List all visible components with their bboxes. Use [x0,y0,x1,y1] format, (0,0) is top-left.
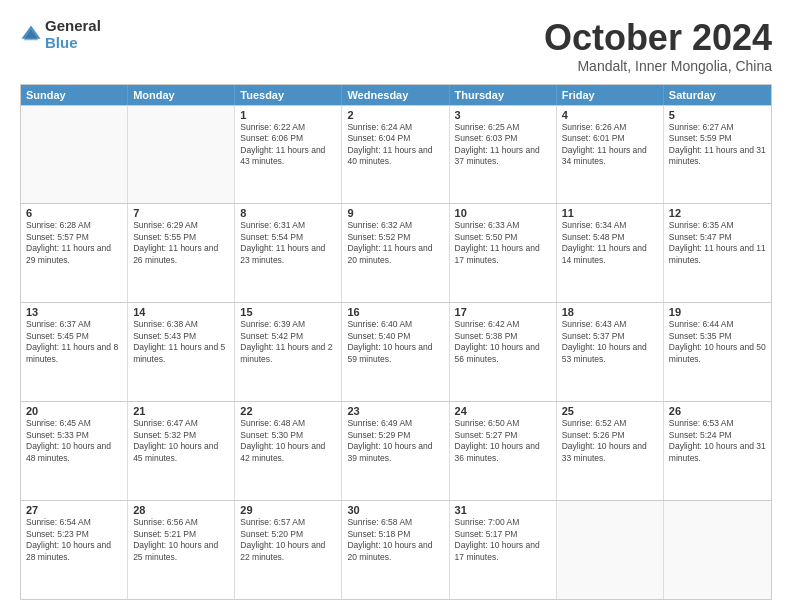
cell-info: Sunrise: 6:28 AM Sunset: 5:57 PM Dayligh… [26,220,122,266]
calendar-header-cell: Thursday [450,85,557,105]
calendar-cell: 20Sunrise: 6:45 AM Sunset: 5:33 PM Dayli… [21,402,128,500]
calendar-header-cell: Tuesday [235,85,342,105]
cell-info: Sunrise: 6:38 AM Sunset: 5:43 PM Dayligh… [133,319,229,365]
calendar-cell: 8Sunrise: 6:31 AM Sunset: 5:54 PM Daylig… [235,204,342,302]
calendar-header-cell: Monday [128,85,235,105]
cell-info: Sunrise: 6:45 AM Sunset: 5:33 PM Dayligh… [26,418,122,464]
calendar-cell: 26Sunrise: 6:53 AM Sunset: 5:24 PM Dayli… [664,402,771,500]
calendar-row: 1Sunrise: 6:22 AM Sunset: 6:06 PM Daylig… [21,105,771,204]
calendar-cell: 4Sunrise: 6:26 AM Sunset: 6:01 PM Daylig… [557,106,664,204]
calendar-cell: 10Sunrise: 6:33 AM Sunset: 5:50 PM Dayli… [450,204,557,302]
calendar-cell: 23Sunrise: 6:49 AM Sunset: 5:29 PM Dayli… [342,402,449,500]
cell-info: Sunrise: 6:33 AM Sunset: 5:50 PM Dayligh… [455,220,551,266]
cell-day-number: 9 [347,207,443,219]
cell-day-number: 5 [669,109,766,121]
cell-info: Sunrise: 6:39 AM Sunset: 5:42 PM Dayligh… [240,319,336,365]
cell-info: Sunrise: 6:37 AM Sunset: 5:45 PM Dayligh… [26,319,122,365]
calendar-cell: 25Sunrise: 6:52 AM Sunset: 5:26 PM Dayli… [557,402,664,500]
cell-info: Sunrise: 6:29 AM Sunset: 5:55 PM Dayligh… [133,220,229,266]
cell-day-number: 4 [562,109,658,121]
cell-info: Sunrise: 6:53 AM Sunset: 5:24 PM Dayligh… [669,418,766,464]
cell-day-number: 1 [240,109,336,121]
calendar-cell: 3Sunrise: 6:25 AM Sunset: 6:03 PM Daylig… [450,106,557,204]
calendar-cell: 28Sunrise: 6:56 AM Sunset: 5:21 PM Dayli… [128,501,235,599]
cell-info: Sunrise: 6:56 AM Sunset: 5:21 PM Dayligh… [133,517,229,563]
cell-info: Sunrise: 6:48 AM Sunset: 5:30 PM Dayligh… [240,418,336,464]
calendar-cell [128,106,235,204]
cell-info: Sunrise: 6:42 AM Sunset: 5:38 PM Dayligh… [455,319,551,365]
cell-day-number: 14 [133,306,229,318]
cell-day-number: 23 [347,405,443,417]
cell-day-number: 7 [133,207,229,219]
cell-info: Sunrise: 6:47 AM Sunset: 5:32 PM Dayligh… [133,418,229,464]
cell-info: Sunrise: 6:43 AM Sunset: 5:37 PM Dayligh… [562,319,658,365]
cell-day-number: 10 [455,207,551,219]
logo-text: General Blue [45,18,101,51]
cell-day-number: 22 [240,405,336,417]
calendar-header-cell: Sunday [21,85,128,105]
logo: General Blue [20,18,101,51]
cell-day-number: 8 [240,207,336,219]
cell-info: Sunrise: 6:35 AM Sunset: 5:47 PM Dayligh… [669,220,766,266]
calendar-cell: 5Sunrise: 6:27 AM Sunset: 5:59 PM Daylig… [664,106,771,204]
cell-info: Sunrise: 6:27 AM Sunset: 5:59 PM Dayligh… [669,122,766,168]
cell-day-number: 21 [133,405,229,417]
cell-day-number: 2 [347,109,443,121]
cell-info: Sunrise: 6:25 AM Sunset: 6:03 PM Dayligh… [455,122,551,168]
calendar-cell: 15Sunrise: 6:39 AM Sunset: 5:42 PM Dayli… [235,303,342,401]
cell-day-number: 18 [562,306,658,318]
calendar-cell: 9Sunrise: 6:32 AM Sunset: 5:52 PM Daylig… [342,204,449,302]
calendar-row: 13Sunrise: 6:37 AM Sunset: 5:45 PM Dayli… [21,302,771,401]
cell-info: Sunrise: 6:58 AM Sunset: 5:18 PM Dayligh… [347,517,443,563]
cell-day-number: 11 [562,207,658,219]
calendar-row: 27Sunrise: 6:54 AM Sunset: 5:23 PM Dayli… [21,500,771,599]
cell-day-number: 17 [455,306,551,318]
cell-info: Sunrise: 6:54 AM Sunset: 5:23 PM Dayligh… [26,517,122,563]
cell-info: Sunrise: 6:49 AM Sunset: 5:29 PM Dayligh… [347,418,443,464]
cell-day-number: 30 [347,504,443,516]
calendar-row: 20Sunrise: 6:45 AM Sunset: 5:33 PM Dayli… [21,401,771,500]
cell-info: Sunrise: 6:34 AM Sunset: 5:48 PM Dayligh… [562,220,658,266]
cell-day-number: 6 [26,207,122,219]
calendar-row: 6Sunrise: 6:28 AM Sunset: 5:57 PM Daylig… [21,203,771,302]
calendar-cell: 17Sunrise: 6:42 AM Sunset: 5:38 PM Dayli… [450,303,557,401]
calendar-cell: 13Sunrise: 6:37 AM Sunset: 5:45 PM Dayli… [21,303,128,401]
calendar-header-cell: Friday [557,85,664,105]
title-block: October 2024 Mandalt, Inner Mongolia, Ch… [544,18,772,74]
calendar-cell: 11Sunrise: 6:34 AM Sunset: 5:48 PM Dayli… [557,204,664,302]
calendar-cell: 7Sunrise: 6:29 AM Sunset: 5:55 PM Daylig… [128,204,235,302]
calendar-cell: 30Sunrise: 6:58 AM Sunset: 5:18 PM Dayli… [342,501,449,599]
cell-info: Sunrise: 6:31 AM Sunset: 5:54 PM Dayligh… [240,220,336,266]
cell-day-number: 24 [455,405,551,417]
cell-info: Sunrise: 6:50 AM Sunset: 5:27 PM Dayligh… [455,418,551,464]
cell-day-number: 28 [133,504,229,516]
calendar-cell [557,501,664,599]
cell-info: Sunrise: 6:44 AM Sunset: 5:35 PM Dayligh… [669,319,766,365]
calendar-cell: 6Sunrise: 6:28 AM Sunset: 5:57 PM Daylig… [21,204,128,302]
calendar-cell: 18Sunrise: 6:43 AM Sunset: 5:37 PM Dayli… [557,303,664,401]
calendar-body: 1Sunrise: 6:22 AM Sunset: 6:06 PM Daylig… [21,105,771,599]
calendar-cell: 22Sunrise: 6:48 AM Sunset: 5:30 PM Dayli… [235,402,342,500]
calendar-cell: 31Sunrise: 7:00 AM Sunset: 5:17 PM Dayli… [450,501,557,599]
calendar-cell: 29Sunrise: 6:57 AM Sunset: 5:20 PM Dayli… [235,501,342,599]
cell-info: Sunrise: 6:32 AM Sunset: 5:52 PM Dayligh… [347,220,443,266]
cell-day-number: 20 [26,405,122,417]
logo-general: General [45,18,101,35]
cell-day-number: 29 [240,504,336,516]
cell-day-number: 26 [669,405,766,417]
calendar-cell: 21Sunrise: 6:47 AM Sunset: 5:32 PM Dayli… [128,402,235,500]
cell-day-number: 13 [26,306,122,318]
cell-info: Sunrise: 6:57 AM Sunset: 5:20 PM Dayligh… [240,517,336,563]
calendar: SundayMondayTuesdayWednesdayThursdayFrid… [20,84,772,600]
cell-day-number: 16 [347,306,443,318]
calendar-header-cell: Wednesday [342,85,449,105]
cell-day-number: 15 [240,306,336,318]
logo-blue: Blue [45,35,101,52]
calendar-cell [21,106,128,204]
title-month: October 2024 [544,18,772,58]
cell-day-number: 3 [455,109,551,121]
cell-day-number: 25 [562,405,658,417]
cell-day-number: 31 [455,504,551,516]
calendar-cell: 24Sunrise: 6:50 AM Sunset: 5:27 PM Dayli… [450,402,557,500]
calendar-cell [664,501,771,599]
